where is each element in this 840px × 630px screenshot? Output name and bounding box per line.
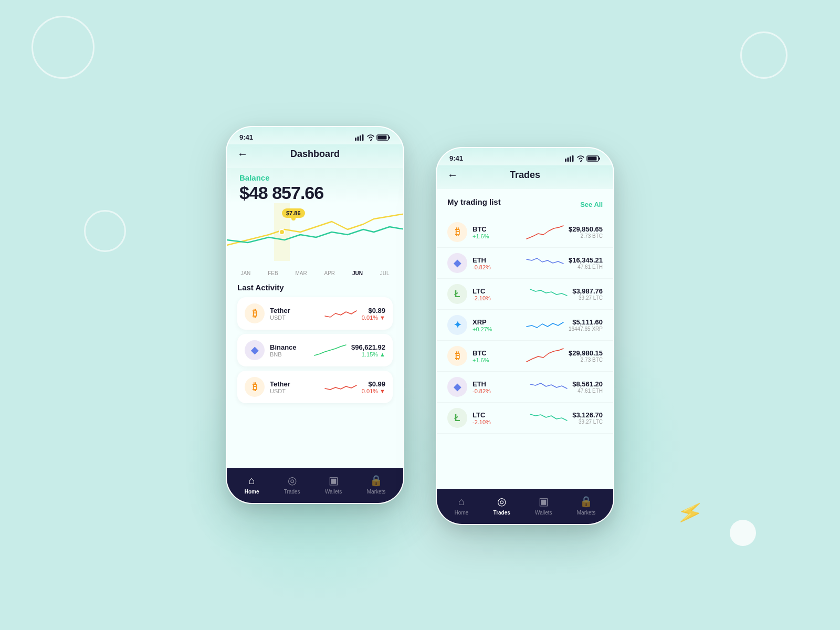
trade-name-eth2: ETH xyxy=(472,380,525,388)
trade-chart-ltc2 xyxy=(530,409,567,427)
trade-amount-btc2: 2.73 BTC xyxy=(569,357,603,363)
bottom-nav-left: ⌂ Home ◎ Trades ▣ Wallets 🔒 Markets xyxy=(227,468,403,503)
coin-name-tether2: Tether xyxy=(270,380,320,388)
svg-rect-11 xyxy=(568,158,569,162)
trade-chart-xrp xyxy=(527,316,563,334)
trade-value-eth2: $8,561.20 47.61 ETH xyxy=(572,380,603,394)
nav-wallets-left[interactable]: ▣ Wallets xyxy=(325,474,342,495)
status-icons-right xyxy=(565,155,601,162)
trade-change-xrp: +0.27% xyxy=(472,326,521,332)
trade-chart-ltc1 xyxy=(530,285,567,303)
nav-home-icon-right: ⌂ xyxy=(458,496,465,508)
dashboard-header: ← Dashboard xyxy=(227,144,403,168)
balance-amount: $48 857.66 xyxy=(239,183,391,203)
trades-list: My trading list See All ₿ BTC +1.6% $29,… xyxy=(437,189,613,438)
trade-value-btc2: $29,980.15 2.73 BTC xyxy=(569,349,603,363)
trade-item-ltc1[interactable]: Ł LTC -2.10% $3,987.76 39.27 LTC xyxy=(437,279,613,310)
coin-change-tether1: 0.01% ▼ xyxy=(362,314,385,321)
nav-trades-icon: ◎ xyxy=(288,474,297,487)
nav-home-label: Home xyxy=(245,489,259,495)
trade-price-ltc1: $3,987.76 xyxy=(572,287,603,295)
nav-home-label-right: Home xyxy=(455,510,469,516)
trade-icon-ltc2: Ł xyxy=(447,408,467,428)
trade-item-btc2[interactable]: ₿ BTC +1.6% $29,980.15 2.73 BTC xyxy=(437,341,613,372)
wifi-icon-right xyxy=(576,155,585,162)
nav-markets-right[interactable]: 🔒 Markets xyxy=(577,495,596,516)
trade-price-eth1: $16,345.21 xyxy=(569,256,603,264)
nav-markets-label-right: Markets xyxy=(577,510,596,516)
trade-item-ltc2[interactable]: Ł LTC -2.10% $3,126.70 39.27 LTC xyxy=(437,403,613,434)
coin-value-tether1: $0.89 0.01% ▼ xyxy=(362,307,385,321)
nav-home-left[interactable]: ⌂ Home xyxy=(245,475,259,495)
main-chart xyxy=(227,203,404,266)
trade-change-btc2: +1.6% xyxy=(472,357,521,363)
time-left: 9:41 xyxy=(239,133,253,141)
trade-item-btc1[interactable]: ₿ BTC +1.6% $29,850.65 2.73 BTC xyxy=(437,217,613,248)
bottom-nav-right: ⌂ Home ◎ Trades ▣ Wallets 🔒 Markets xyxy=(437,489,613,524)
signal-icon-right xyxy=(565,155,574,162)
chart-tooltip: $7.86 xyxy=(282,208,305,218)
trade-chart-btc2 xyxy=(527,347,563,365)
chart-months: JAN FEB MAR APR JUN JUL xyxy=(227,268,403,278)
svg-point-14 xyxy=(580,161,581,162)
mini-chart-tether1 xyxy=(325,306,356,321)
nav-home-right[interactable]: ⌂ Home xyxy=(455,496,469,516)
deco-circle-br xyxy=(730,520,756,546)
activity-item-2[interactable]: ₿ Tether USDT $0.99 0.01% ▼ xyxy=(237,371,393,403)
trade-info-ltc2: LTC -2.10% xyxy=(472,411,525,425)
mini-chart-tether2 xyxy=(325,379,356,395)
signal-icon-left xyxy=(355,134,364,141)
phone-dashboard: 9:41 xyxy=(226,126,404,504)
trade-info-btc2: BTC +1.6% xyxy=(472,349,521,363)
my-trading-list-label: My trading list xyxy=(447,197,501,206)
trade-icon-xrp: ✦ xyxy=(447,315,467,335)
coin-ticker-bnb: BNB xyxy=(270,351,309,358)
coin-price-tether1: $0.89 xyxy=(362,307,385,314)
battery-icon-right xyxy=(587,155,601,162)
trade-icon-eth2: ◆ xyxy=(447,377,467,397)
trade-info-btc1: BTC +1.6% xyxy=(472,225,521,239)
trade-change-eth1: -0.82% xyxy=(472,264,521,270)
trade-change-btc1: +1.6% xyxy=(472,233,521,239)
see-all-button[interactable]: See All xyxy=(580,201,603,208)
trade-chart-btc1 xyxy=(527,223,563,242)
coin-info-bnb: Binance BNB xyxy=(270,343,309,358)
month-jun: JUN xyxy=(352,270,363,276)
svg-point-4 xyxy=(370,140,371,141)
trade-amount-eth2: 47.61 ETH xyxy=(572,388,603,394)
time-right: 9:41 xyxy=(449,154,463,162)
trade-value-xrp: $5,111.60 16447.65 XRP xyxy=(569,318,603,332)
trade-icon-ltc1: Ł xyxy=(447,284,467,304)
back-button-right[interactable]: ← xyxy=(447,169,458,181)
battery-icon-left xyxy=(377,134,391,141)
trades-header: ← Trades xyxy=(437,165,613,189)
activity-item-0[interactable]: ₿ Tether USDT $0.89 0.01% ▼ xyxy=(237,297,393,330)
coin-icon-tether2: ₿ xyxy=(245,377,265,397)
trade-value-ltc1: $3,987.76 39.27 LTC xyxy=(572,287,603,301)
trade-name-ltc2: LTC xyxy=(472,411,525,419)
trade-change-ltc2: -2.10% xyxy=(472,419,525,425)
last-activity-title: Last Activity xyxy=(237,283,393,292)
nav-trades-right[interactable]: ◎ Trades xyxy=(494,495,510,516)
nav-trades-left[interactable]: ◎ Trades xyxy=(284,474,300,495)
phone-trades: 9:41 xyxy=(436,147,614,525)
coin-name-bnb: Binance xyxy=(270,343,309,351)
nav-trades-icon-right: ◎ xyxy=(497,495,506,508)
svg-rect-16 xyxy=(599,158,601,160)
nav-trades-label-right: Trades xyxy=(494,510,510,516)
svg-rect-6 xyxy=(389,136,391,139)
activity-item-1[interactable]: ◆ Binance BNB $96,621.92 1.15% ▲ xyxy=(237,334,393,366)
trade-item-eth2[interactable]: ◆ ETH -0.82% $8,561.20 47.61 ETH xyxy=(437,372,613,403)
trade-info-xrp: XRP +0.27% xyxy=(472,318,521,332)
phones-container: 9:41 xyxy=(226,105,614,525)
nav-wallets-right[interactable]: ▣ Wallets xyxy=(535,495,552,516)
month-mar: MAR xyxy=(295,270,307,276)
balance-label: Balance xyxy=(239,173,270,182)
trade-item-eth1[interactable]: ◆ ETH -0.82% $16,345.21 47.61 ETH xyxy=(437,248,613,279)
trade-value-ltc2: $3,126.70 39.27 LTC xyxy=(572,411,603,425)
trade-item-xrp[interactable]: ✦ XRP +0.27% $5,111.60 16447.65 XRP xyxy=(437,310,613,341)
trade-name-btc2: BTC xyxy=(472,349,521,357)
back-button-left[interactable]: ← xyxy=(237,148,248,160)
svg-point-9 xyxy=(279,229,285,235)
nav-markets-left[interactable]: 🔒 Markets xyxy=(367,474,386,495)
